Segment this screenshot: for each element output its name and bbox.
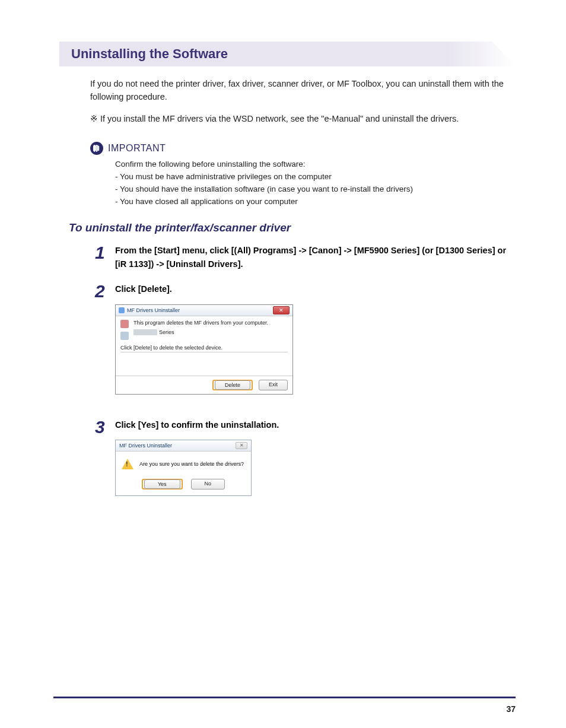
close-icon[interactable]: ✕ [236,442,247,449]
important-icon [90,142,103,155]
step-1: 1 From the [Start] menu, click [(All) Pr… [95,243,516,271]
step-number: 2 [95,281,115,406]
important-line: - You must be have administrative privil… [115,171,516,183]
section-title: Uninstalling the Software [71,46,504,62]
app-icon [119,307,125,313]
confirm-message: Are you sure you want to delete the driv… [139,461,244,467]
device-icon [120,332,129,340]
device-list[interactable] [120,352,288,373]
step-number: 3 [95,417,115,508]
wsd-note: ※ If you install the MF drivers via the … [90,112,516,125]
dialog-title-text: MF Drivers Uninstaller [119,443,172,449]
confirm-dialog: MF Drivers Uninstaller ✕ Are you sure yo… [115,440,252,496]
step-text: From the [Start] menu, click [(All) Prog… [115,244,516,271]
uninstaller-dialog: MF Drivers Uninstaller ✕ This program de… [115,304,293,395]
step-number: 1 [95,243,115,271]
dialog-title-text: MF Drivers Uninstaller [127,307,180,313]
no-button[interactable]: No [191,479,225,489]
highlight-ring: Yes [142,479,183,489]
delete-button[interactable]: Delete [215,380,250,390]
step-3: 3 Click [Yes] to confirm the uninstallat… [95,417,516,508]
dialog-titlebar: MF Drivers Uninstaller ✕ [116,440,251,452]
important-block: IMPORTANT Confirm the following before u… [90,142,516,208]
step-text: Click [Yes] to confirm the uninstallatio… [115,418,516,431]
highlight-ring: Delete [212,380,253,390]
footer-rule [53,697,516,698]
exit-button[interactable]: Exit [259,380,288,390]
important-line: - You should have the installation softw… [115,183,516,196]
intro-paragraph: If you do not need the printer driver, f… [90,77,516,104]
important-label: IMPORTANT [108,143,166,154]
series-label: XXXXSeries [133,329,268,335]
step-text: Click [Delete]. [115,282,516,295]
warning-icon [122,459,133,469]
important-line: Confirm the following before uninstallin… [115,158,516,171]
dialog-message: This program deletes the MF drivers from… [133,320,268,326]
dialog-instruction: Click [Delete] to delete the selected de… [120,345,288,351]
close-icon[interactable]: ✕ [273,306,290,314]
important-line: - You have closed all applications on yo… [115,196,516,208]
printer-icon [120,320,129,328]
subsection-heading: To uninstall the printer/fax/scanner dri… [69,221,516,234]
section-header: Uninstalling the Software [59,42,516,66]
page-number: 37 [506,704,516,714]
yes-button[interactable]: Yes [144,479,180,489]
dialog-titlebar: MF Drivers Uninstaller ✕ [116,305,292,316]
step-2: 2 Click [Delete]. MF Drivers Uninstaller… [95,281,516,406]
